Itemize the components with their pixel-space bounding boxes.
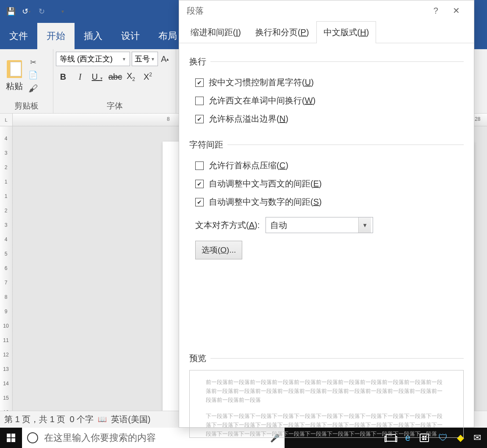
preview-next-text: 下一段落下一段落下一段落下一段落下一段落下一段落下一段落下一段落下一段落下一段落…: [206, 412, 447, 438]
start-button[interactable]: [0, 428, 22, 448]
text-align-combo[interactable]: 自动 ▼: [266, 217, 373, 233]
grow-font-button[interactable]: A▴: [160, 52, 169, 66]
section-line-break: 换行: [189, 56, 464, 67]
dialog-close-button[interactable]: ✕: [446, 0, 466, 21]
italic-button[interactable]: I: [75, 72, 86, 82]
chevron-down-icon: ▾: [61, 8, 64, 14]
chevron-down-icon: ▼: [151, 57, 155, 61]
subscript-button[interactable]: X2: [125, 71, 136, 82]
ruler-tick: 4: [2, 136, 10, 142]
word-count[interactable]: 0 个字: [69, 414, 94, 425]
undo-button[interactable]: ↺ ▾: [19, 4, 34, 19]
section-label: 预览: [189, 353, 206, 364]
checkbox-label: 允许行首标点压缩(C): [209, 160, 288, 171]
dialog-tabs: 缩进和间距(I) 换行和分页(P) 中文版式(H): [179, 21, 474, 43]
checkbox-auto-adjust-number[interactable]: 自动调整中文与数字的间距(S): [189, 193, 464, 211]
language-status[interactable]: 英语(美国): [111, 414, 150, 425]
font-name-combo[interactable]: 等线 (西文正文) ▼: [56, 52, 130, 66]
preview-box: 前一段落前一段落前一段落前一段落前一段落前一段落前一段落前一段落前一段落前一段落…: [189, 370, 464, 438]
checkbox-icon: [195, 198, 204, 206]
strikethrough-button[interactable]: abc: [108, 72, 119, 82]
checkbox-compress-punct[interactable]: 允许行首标点压缩(C): [189, 156, 464, 175]
ruler-tick: 4: [2, 237, 10, 242]
checkbox-label: 自动调整中文与数字的间距(S): [209, 196, 322, 208]
checkbox-icon: [195, 180, 204, 188]
page-info[interactable]: 第 1 页，共 1 页: [4, 414, 65, 425]
underline-button[interactable]: U ▾: [91, 72, 102, 82]
clipboard-group: 粘贴 ✂ 📄 🖌 剪贴板: [0, 49, 53, 113]
save-button[interactable]: 💾: [3, 4, 19, 19]
ruler-corner[interactable]: L: [0, 114, 13, 126]
ruler-tick: 12: [2, 352, 10, 358]
text-align-row: 文本对齐方式(A): 自动 ▼: [189, 211, 464, 233]
checkbox-icon: [195, 161, 204, 170]
checkbox-control-first-last[interactable]: 按中文习惯控制首尾字符(U): [189, 73, 464, 92]
font-group: 等线 (西文正文) ▼ 五号 ▼ A▴ B I U ▾ abc X2 X2 字体: [53, 49, 176, 113]
tab-home[interactable]: 开始: [37, 23, 75, 49]
vertical-ruler[interactable]: 432112345678910111213141516: [0, 126, 13, 428]
tab-file[interactable]: 文件: [0, 23, 37, 49]
checkbox-auto-adjust-latin[interactable]: 自动调整中文与西文的间距(E): [189, 175, 464, 193]
paste-button[interactable]: 粘贴: [3, 58, 26, 92]
customize-qat-button[interactable]: ▾: [55, 4, 70, 19]
paragraph-dialog: 段落 ? ✕ 缩进和间距(I) 换行和分页(P) 中文版式(H) 换行 按中文习…: [179, 0, 474, 428]
redo-button[interactable]: ↻: [34, 4, 49, 19]
ruler-tick: 13: [2, 366, 10, 372]
copy-button[interactable]: 📄: [27, 70, 39, 80]
section-char-spacing: 字符间距: [189, 139, 464, 150]
ruler-tick: 14: [2, 381, 10, 387]
save-icon: 💾: [6, 7, 16, 16]
ruler-tick: 7: [2, 280, 10, 286]
ruler-tick: 1: [2, 179, 10, 185]
cut-button[interactable]: ✂: [27, 58, 39, 67]
text-align-label: 文本对齐方式(A):: [195, 220, 260, 231]
checkbox-icon: [195, 115, 204, 123]
paste-icon: [7, 60, 22, 78]
cortana-icon: [27, 432, 38, 443]
checkbox-label: 允许西文在单词中间换行(W): [209, 95, 315, 106]
mail-button[interactable]: ✉: [473, 432, 481, 443]
ruler-tick: 3: [2, 150, 10, 156]
ruler-tick: 15: [2, 395, 10, 401]
checkbox-label: 按中文习惯控制首尾字符(U): [209, 77, 314, 88]
tab-design[interactable]: 设计: [112, 23, 149, 49]
font-size-combo[interactable]: 五号 ▼: [132, 52, 158, 66]
superscript-button[interactable]: X2: [142, 72, 153, 82]
paste-label: 粘贴: [6, 81, 23, 92]
tab-indent-spacing[interactable]: 缩进和间距(I): [183, 21, 248, 43]
format-painter-button[interactable]: 🖌: [27, 83, 39, 94]
ruler-tick: 6: [2, 265, 10, 271]
combo-value: 自动: [270, 220, 358, 231]
preview-prev-text: 前一段落前一段落前一段落前一段落前一段落前一段落前一段落前一段落前一段落前一段落…: [206, 378, 447, 404]
checkbox-latin-wrap[interactable]: 允许西文在单词中间换行(W): [189, 92, 464, 110]
section-label: 换行: [189, 56, 206, 67]
undo-icon: ↺: [22, 7, 28, 16]
checkbox-icon: [195, 97, 204, 105]
tab-line-page-breaks[interactable]: 换行和分页(P): [248, 21, 316, 43]
redo-icon: ↻: [39, 7, 45, 16]
ruler-tick: 11: [2, 337, 10, 343]
dialog-titlebar[interactable]: 段落 ? ✕: [179, 0, 474, 21]
ruler-tick: 2: [2, 164, 10, 170]
options-button[interactable]: 选项(O)...: [195, 241, 242, 259]
chevron-down-icon: ▾: [100, 76, 102, 81]
section-label: 字符间距: [189, 139, 223, 150]
section-preview: 预览: [189, 353, 464, 364]
ruler-tick: 8: [2, 294, 10, 300]
tab-asian-typography[interactable]: 中文版式(H): [316, 21, 376, 43]
chevron-down-icon: ▾: [28, 9, 30, 14]
dialog-help-button[interactable]: ?: [426, 0, 446, 21]
chevron-down-icon: ▼: [122, 57, 126, 61]
clipboard-group-label: 剪贴板: [0, 100, 53, 113]
font-name-value: 等线 (西文正文): [60, 54, 113, 64]
font-group-label: 字体: [53, 100, 176, 113]
proofing-icon[interactable]: 📖: [98, 415, 107, 424]
tab-insert[interactable]: 插入: [75, 23, 112, 49]
checkbox-label: 允许标点溢出边界(N): [209, 113, 288, 125]
font-size-value: 五号: [135, 54, 150, 64]
windows-logo-icon: [7, 434, 15, 442]
ruler-tick: 8: [167, 116, 170, 122]
bold-button[interactable]: B: [58, 72, 69, 82]
checkbox-hanging-punct[interactable]: 允许标点溢出边界(N): [189, 110, 464, 128]
ruler-tick: 2: [2, 208, 10, 214]
